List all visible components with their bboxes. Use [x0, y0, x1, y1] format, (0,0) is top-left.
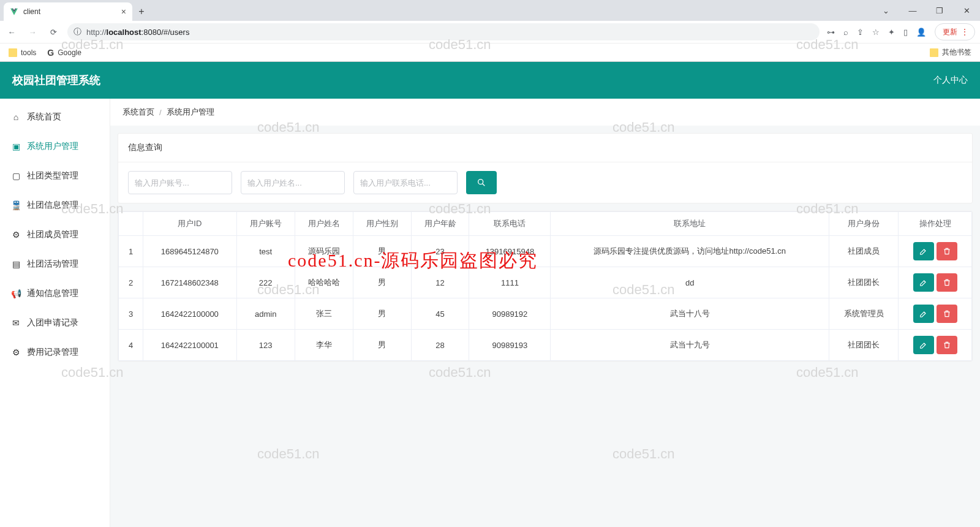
sidebar-item-4[interactable]: ⚙社团成员管理: [0, 220, 110, 249]
delete-button[interactable]: [937, 242, 957, 260]
app-layout: ⌂系统首页▣系统用户管理▢社团类型管理🚆社团信息管理⚙社团成员管理▤社团活动管理…: [0, 99, 980, 527]
col-header-2: 用户账号: [236, 212, 295, 236]
delete-button[interactable]: [937, 305, 957, 323]
bookmark-tools[interactable]: tools: [9, 48, 36, 57]
update-button[interactable]: 更新 ⋮: [935, 23, 975, 40]
train-icon: 🚆: [11, 200, 21, 210]
breadcrumb-root[interactable]: 系统首页: [123, 107, 154, 118]
edit-icon: [919, 341, 928, 349]
google-icon: G: [47, 48, 54, 58]
sidebar-item-3[interactable]: 🚆社团信息管理: [0, 191, 110, 220]
cell: 90989193: [469, 330, 551, 361]
cluster-icon: ⚙: [11, 230, 21, 240]
sidebar-item-5[interactable]: ▤社团活动管理: [0, 249, 110, 279]
nav-forward-icon[interactable]: →: [26, 25, 39, 39]
col-header-9: 操作处理: [899, 212, 972, 236]
edit-icon: [919, 247, 928, 256]
sidebar-item-label: 系统用户管理: [27, 141, 78, 152]
edit-icon: [919, 278, 928, 287]
cell: dd: [551, 267, 829, 298]
search-account-input[interactable]: [128, 171, 232, 194]
cell: 李华: [295, 330, 353, 361]
app-title: 校园社团管理系统: [12, 73, 100, 88]
nav-back-icon[interactable]: ←: [5, 25, 18, 39]
edit-button[interactable]: [913, 336, 934, 354]
browser-tab[interactable]: client ×: [4, 2, 132, 21]
edit-button[interactable]: [913, 242, 934, 260]
site-info-icon[interactable]: ⓘ: [74, 26, 81, 37]
cell-actions: [899, 236, 972, 267]
address-bar[interactable]: ⓘ http://localhost:8080/#/users: [67, 23, 820, 40]
delete-button[interactable]: [937, 273, 957, 292]
breadcrumb-sep: /: [159, 108, 162, 117]
window-close-icon[interactable]: ✕: [953, 6, 980, 15]
share-icon[interactable]: ⇪: [857, 28, 864, 37]
cell: 90989192: [469, 298, 551, 330]
folder-icon: [930, 48, 938, 57]
bookmark-google[interactable]: G Google: [47, 48, 81, 58]
cell-actions: [899, 330, 972, 361]
calendar-icon: ▤: [11, 259, 21, 269]
col-header-0: [119, 212, 143, 236]
cell: 1689645124870: [143, 236, 237, 267]
edit-button[interactable]: [913, 273, 934, 292]
window-minimize-icon[interactable]: —: [899, 6, 926, 15]
cell: 45: [411, 298, 469, 330]
cell: 1672148602348: [143, 267, 237, 298]
bookmark-star-icon[interactable]: ☆: [872, 28, 880, 37]
bookmark-other[interactable]: 其他书签: [930, 47, 971, 58]
cell: 23: [411, 236, 469, 267]
sidebar-item-8[interactable]: ⚙费用记录管理: [0, 338, 110, 367]
sidebar-item-label: 社团信息管理: [27, 200, 78, 211]
cell: 武当十八号: [551, 298, 829, 330]
cell: 男: [353, 267, 411, 298]
window-maximize-icon[interactable]: ❐: [926, 6, 953, 15]
nav-reload-icon[interactable]: ⟳: [47, 25, 60, 39]
sidebar-item-label: 费用记录管理: [27, 347, 78, 358]
sidebar-item-1[interactable]: ▣系统用户管理: [0, 132, 110, 161]
sidebar-item-label: 社团类型管理: [27, 170, 78, 181]
gear-icon: ⚙: [11, 347, 21, 357]
search-phone-input[interactable]: [353, 171, 458, 194]
tab-bar: client × + ⌄ — ❐ ✕: [0, 0, 980, 21]
profile-icon[interactable]: 👤: [916, 28, 926, 37]
breadcrumb: 系统首页 / 系统用户管理: [110, 99, 980, 126]
edit-button[interactable]: [913, 305, 934, 323]
cell: admin: [236, 298, 295, 330]
sidebar-item-label: 通知信息管理: [27, 288, 78, 299]
cell: 社团团长: [829, 330, 899, 361]
url-display: http://localhost:8080/#/users: [86, 28, 189, 37]
cell: 222: [236, 267, 295, 298]
sidebar-item-6[interactable]: 📢通知信息管理: [0, 279, 110, 308]
table-row: 21672148602348222哈哈哈哈男121111dd社团团长: [119, 267, 972, 298]
sidebar-item-0[interactable]: ⌂系统首页: [0, 102, 110, 132]
sidebar-item-2[interactable]: ▢社团类型管理: [0, 161, 110, 191]
cell: 源码乐园专注提供优质源码，访问地址http://code51.cn: [551, 236, 829, 267]
close-tab-icon[interactable]: ×: [121, 7, 126, 17]
cell: 社团成员: [829, 236, 899, 267]
book-icon: ▢: [11, 171, 21, 181]
search-button[interactable]: [466, 171, 497, 194]
search-name-input[interactable]: [241, 171, 345, 194]
browser-chrome: client × + ⌄ — ❐ ✕ ← → ⟳ ⓘ http://localh…: [0, 0, 980, 62]
new-tab-button[interactable]: +: [132, 2, 151, 21]
window-dropdown-icon[interactable]: ⌄: [872, 6, 899, 15]
extensions-icon[interactable]: ✦: [888, 28, 895, 37]
cell: 1111: [469, 267, 551, 298]
user-icon: ▣: [11, 142, 21, 151]
cell: 13916915948: [469, 236, 551, 267]
lens-icon[interactable]: ⌕: [843, 28, 848, 37]
password-key-icon[interactable]: ⊶: [827, 28, 835, 37]
panel-icon[interactable]: ▯: [903, 28, 908, 37]
address-bar-row: ← → ⟳ ⓘ http://localhost:8080/#/users ⊶ …: [0, 21, 980, 43]
bookmarks-bar: tools G Google 其他书签: [0, 43, 980, 61]
user-table: 用户ID用户账号用户姓名用户性别用户年龄联系电话联系地址用户身份操作处理 116…: [118, 211, 973, 362]
sidebar-item-7[interactable]: ✉入团申请记录: [0, 308, 110, 338]
cell: 张三: [295, 298, 353, 330]
delete-button[interactable]: [937, 336, 957, 354]
trash-icon: [943, 341, 951, 349]
cell: 1: [119, 236, 143, 267]
megaphone-icon: 📢: [11, 289, 21, 298]
profile-link[interactable]: 个人中心: [933, 75, 968, 86]
svg-line-1: [483, 184, 485, 186]
